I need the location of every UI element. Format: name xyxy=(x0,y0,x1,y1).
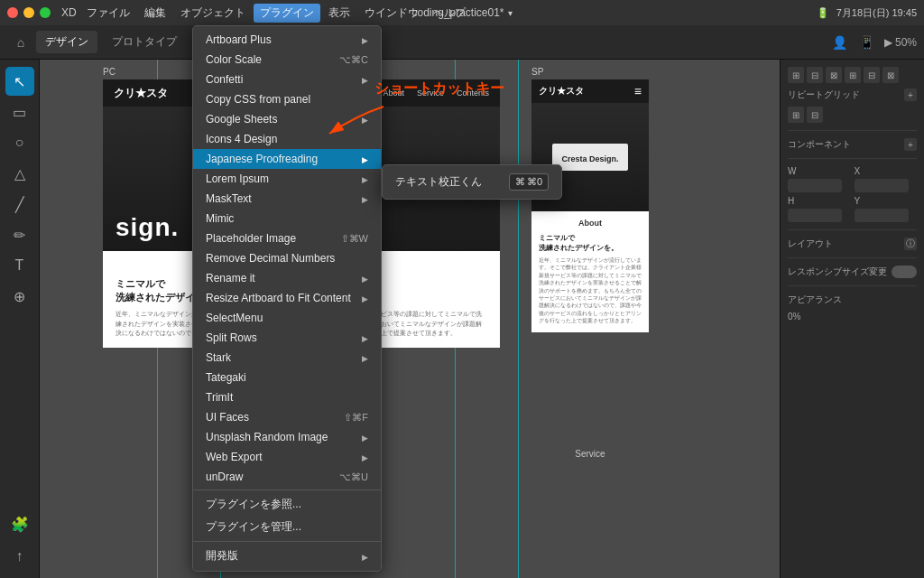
menu-masktext[interactable]: MaskText xyxy=(193,189,381,209)
w-field-container: W xyxy=(788,166,851,192)
menu-dev-version[interactable]: 開発版 xyxy=(193,545,381,567)
menu-file[interactable]: ファイル xyxy=(80,4,136,23)
menu-divider1 xyxy=(193,489,381,490)
menu-japanese-proofreading[interactable]: Japanese Proofreading xyxy=(193,149,381,169)
home-icon[interactable]: ⌂ xyxy=(11,33,31,52)
left-sidebar: ↖ ▭ ○ △ ╱ ✏ T ⊕ 🧩 ↑ xyxy=(0,60,40,578)
menu-rename-it[interactable]: Rename it xyxy=(193,268,381,288)
menu-confetti[interactable]: Confetti xyxy=(193,70,381,89)
right-sidebar: ⊞ ⊟ ⊠ ⊞ ⊟ ⊠ リピートグリッド + ⊞ ⊟ コンポーネント + W X… xyxy=(780,60,924,578)
tool-polygon[interactable]: △ xyxy=(5,159,34,188)
distribute-v-icon[interactable]: ⊟ xyxy=(864,67,880,83)
distribute-h-icon[interactable]: ⊞ xyxy=(845,67,861,83)
nav-service: Service xyxy=(417,89,444,98)
traffic-lights[interactable] xyxy=(7,7,51,18)
menu-divider2 xyxy=(193,541,381,542)
submenu-text-proofreading[interactable]: テキスト校正くん ⌘⌘0 xyxy=(383,169,561,195)
responsive-toggle[interactable] xyxy=(892,266,917,278)
appearance-row: アピアランス xyxy=(788,294,917,306)
layout-icon[interactable]: ⊟ xyxy=(807,107,823,123)
sp-cresta: Cresta Design. xyxy=(561,154,618,163)
tool-rectangle[interactable]: ▭ xyxy=(5,98,34,126)
minimize-button[interactable] xyxy=(23,7,34,18)
battery-icon: 🔋 xyxy=(817,7,829,19)
align-left-icon[interactable]: ⊞ xyxy=(788,67,804,83)
menu-icons4design[interactable]: Icons 4 Design xyxy=(193,129,381,149)
device-icon[interactable]: 📱 xyxy=(857,33,877,52)
menu-object[interactable]: オブジェクト xyxy=(174,4,252,23)
tab-prototype[interactable]: プロトタイプ xyxy=(103,31,186,53)
component-add-icon[interactable]: + xyxy=(904,138,917,151)
opacity-label: 0% xyxy=(788,312,800,322)
menu-trimit[interactable]: TrimIt xyxy=(193,387,381,407)
grid-icon[interactable]: ⊞ xyxy=(788,107,804,123)
repeat-grid-add-icon[interactable]: + xyxy=(904,89,917,101)
menu-lorem-ipsum[interactable]: Lorem Ipsum xyxy=(193,169,381,189)
menu-resize-artboard[interactable]: Resize Artboard to Fit Content xyxy=(193,288,381,308)
stack-icon[interactable]: ⊠ xyxy=(882,67,899,83)
x-field-container: X xyxy=(855,166,918,192)
menu-plugin[interactable]: プラグイン xyxy=(254,4,320,23)
tool-line[interactable]: ╱ xyxy=(5,190,34,219)
tool-ellipse[interactable]: ○ xyxy=(5,128,34,157)
menu-manage-plugins[interactable]: プラグインを管理... xyxy=(193,516,381,538)
component-row: コンポーネント + xyxy=(788,138,917,151)
menu-undraw[interactable]: unDraw ⌥⌘U xyxy=(193,467,381,487)
file-title: coding_practice01* ▾ xyxy=(411,6,512,19)
menu-placeholder-image[interactable]: Placeholder Image ⇧⌘W xyxy=(193,228,381,248)
tab-design[interactable]: デザイン xyxy=(36,31,97,53)
menu-unsplash[interactable]: Unsplash Random Image xyxy=(193,427,381,447)
y-field-container: Y xyxy=(855,196,918,222)
plugin-dropdown-menu[interactable]: Artboard Plus Color Scale ⌥⌘C Confetti C… xyxy=(192,25,382,572)
w-label: W xyxy=(788,166,851,176)
menu-view[interactable]: 表示 xyxy=(322,4,356,23)
shortcut-kbd: ⌘⌘0 xyxy=(509,173,549,191)
menu-artboard-plus[interactable]: Artboard Plus xyxy=(193,30,381,50)
component-label: コンポーネント xyxy=(788,138,851,151)
menu-color-scale[interactable]: Color Scale ⌥⌘C xyxy=(193,50,381,70)
h-input[interactable] xyxy=(788,209,842,222)
menu-remove-decimal[interactable]: Remove Decimal Numbers xyxy=(193,248,381,268)
tool-zoom[interactable]: ⊕ xyxy=(5,282,34,311)
x-input[interactable] xyxy=(855,179,909,192)
sp-menu-icon[interactable]: ≡ xyxy=(634,84,642,98)
plugin-icon[interactable]: 🧩 xyxy=(5,509,34,538)
menu-stark[interactable]: Stark xyxy=(193,348,381,368)
submenu-label: テキスト校正くん xyxy=(395,174,482,190)
menu-copy-css[interactable]: Copy CSS from panel xyxy=(193,89,381,109)
zoom-level: ▶ 50% xyxy=(884,36,917,49)
menu-split-rows[interactable]: Split Rows xyxy=(193,328,381,348)
menu-web-export[interactable]: Web Export xyxy=(193,447,381,467)
layout-info-icon[interactable]: ⓘ xyxy=(904,238,917,250)
align-right-icon[interactable]: ⊠ xyxy=(826,67,842,83)
y-input[interactable] xyxy=(855,209,909,222)
sp-text: 近年、ミニマルなデザインが流行しています。そこで弊社では、クライアント企業様新規… xyxy=(539,256,642,325)
x-label: X xyxy=(855,166,918,176)
japanese-submenu[interactable]: テキスト校正くん ⌘⌘0 xyxy=(382,164,562,200)
menu-edit[interactable]: 編集 xyxy=(138,4,172,23)
share-icon[interactable]: ↑ xyxy=(5,542,34,571)
tool-pen[interactable]: ✏ xyxy=(5,220,34,249)
maximize-button[interactable] xyxy=(40,7,51,18)
tool-text[interactable]: T xyxy=(5,251,34,280)
tool-selector[interactable]: ↖ xyxy=(5,67,34,96)
menu-google-sheets[interactable]: Google Sheets xyxy=(193,109,381,129)
close-button[interactable] xyxy=(7,7,18,18)
align-center-icon[interactable]: ⊟ xyxy=(807,67,823,83)
sp-heading: ミニマルで洗練されたデザインを。 xyxy=(539,233,642,253)
h-label: H xyxy=(788,196,851,206)
menu-tategaki[interactable]: Tategaki xyxy=(193,368,381,387)
nav-about: About xyxy=(383,89,404,98)
titlebar-right: 🔋 7月18日(日) 19:45 xyxy=(817,6,917,20)
menu-ui-faces[interactable]: UI Faces ⇧⌘F xyxy=(193,407,381,427)
app-name: XD xyxy=(61,6,77,19)
divider2 xyxy=(788,158,917,159)
repeat-grid-label: リピートグリッド xyxy=(788,89,860,101)
canvas-content: PC クリ★スタ About Service Contents sign. Ab… xyxy=(40,60,780,578)
sp-frame[interactable]: クリ★スタ ≡ Cresta Design. About ミニマルで洗練されたデ… xyxy=(531,79,649,332)
user-icon[interactable]: 👤 xyxy=(830,33,850,52)
menu-browse-plugins[interactable]: プラグインを参照... xyxy=(193,493,381,516)
menu-selectmenu[interactable]: SelectMenu xyxy=(193,308,381,328)
menu-mimic[interactable]: Mimic xyxy=(193,209,381,228)
w-input[interactable] xyxy=(788,179,842,192)
